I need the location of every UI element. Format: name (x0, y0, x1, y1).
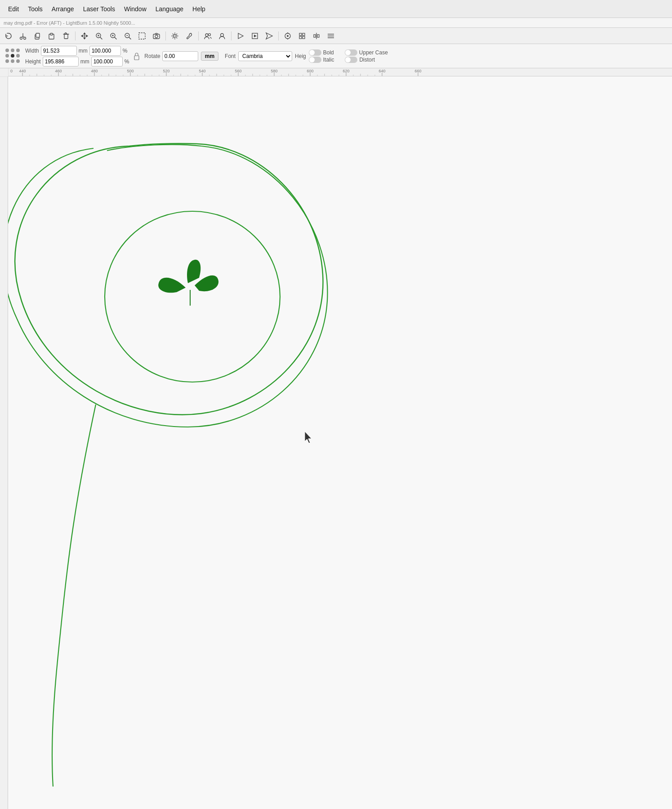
svg-point-24 (174, 35, 176, 37)
svg-line-11 (100, 37, 102, 39)
move-tool-button[interactable] (78, 30, 91, 42)
font-height-label: Heig (295, 53, 306, 59)
dot-tl[interactable] (5, 49, 9, 52)
svg-rect-6 (36, 33, 40, 37)
distribute-button[interactable] (310, 30, 323, 42)
svg-rect-38 (299, 36, 302, 39)
bold-toggle[interactable] (309, 49, 321, 56)
uppercase-toggle[interactable] (345, 49, 357, 56)
width-pct-label: % (123, 48, 128, 54)
select-button[interactable] (135, 30, 149, 42)
dot-mr[interactable] (16, 54, 20, 58)
svg-point-26 (209, 33, 211, 36)
italic-label: Italic (323, 57, 334, 63)
svg-rect-9 (64, 34, 68, 39)
svg-text:540: 540 (199, 69, 205, 73)
delete-button[interactable] (59, 30, 73, 42)
more-button[interactable] (324, 30, 338, 42)
zoom-out-button[interactable] (121, 30, 134, 42)
rotate-label: Rotate (144, 53, 160, 59)
svg-marker-30 (254, 35, 257, 37)
svg-rect-36 (299, 33, 302, 36)
dot-tc[interactable] (11, 49, 14, 52)
rotate-group: Rotate (144, 51, 198, 61)
height-input[interactable] (43, 57, 79, 67)
dot-br[interactable] (16, 59, 20, 63)
origin-button[interactable] (281, 30, 294, 42)
svg-text:500: 500 (127, 69, 134, 73)
user-button[interactable] (215, 30, 229, 42)
font-label: Font (225, 53, 236, 59)
svg-point-33 (287, 35, 289, 37)
uppercase-label: Upper Case (359, 49, 388, 56)
title-text: may dmg.pdf - Error (AFT) - LightBurn 1.… (4, 20, 135, 26)
svg-text:440: 440 (19, 69, 26, 73)
svg-text:600: 600 (307, 69, 313, 73)
svg-text:460: 460 (55, 69, 62, 73)
menu-window[interactable]: Window (120, 4, 151, 14)
paste-button[interactable] (45, 30, 58, 42)
dot-bl[interactable] (5, 59, 9, 63)
svg-text:0: 0 (10, 69, 13, 73)
dot-ml[interactable] (5, 54, 9, 58)
svg-text:660: 660 (414, 69, 421, 73)
distort-label: Distort (359, 57, 375, 63)
svg-marker-31 (266, 33, 272, 39)
dot-tr[interactable] (16, 49, 20, 52)
size-group: Width mm % Height mm % (25, 46, 129, 67)
menu-tools[interactable]: Tools (23, 4, 47, 14)
main-drawing (8, 76, 672, 809)
undo-button[interactable] (2, 30, 15, 42)
font-select[interactable]: Cambria (238, 51, 292, 61)
unit-toggle-button[interactable]: mm (201, 52, 218, 61)
toolbar (0, 28, 672, 44)
dot-mc[interactable] (11, 54, 14, 58)
tools-wrench-button[interactable] (182, 30, 196, 42)
svg-rect-42 (317, 35, 319, 37)
svg-line-15 (115, 37, 116, 39)
copy-button[interactable] (31, 30, 44, 42)
svg-rect-46 (134, 56, 139, 60)
dot-bc[interactable] (11, 59, 14, 63)
lock-ratio[interactable] (134, 52, 140, 61)
menu-arrange[interactable]: Arrange (47, 4, 79, 14)
width-unit: mm (79, 48, 88, 54)
svg-rect-21 (139, 33, 145, 39)
start-button[interactable] (234, 30, 247, 42)
svg-text:620: 620 (343, 69, 349, 73)
svg-line-3 (23, 36, 24, 38)
menu-language[interactable]: Language (151, 4, 188, 14)
zoom-in-button[interactable] (107, 30, 120, 42)
width-input[interactable] (41, 46, 77, 56)
svg-point-25 (205, 34, 208, 36)
send-button[interactable] (263, 30, 276, 42)
width-label: Width (25, 48, 39, 54)
italic-toggle[interactable] (309, 57, 321, 63)
svg-line-19 (129, 37, 131, 39)
svg-marker-28 (238, 33, 243, 39)
title-bar: may dmg.pdf - Error (AFT) - LightBurn 1.… (0, 18, 672, 28)
font-options: Bold Upper Case Italic Distort (309, 49, 388, 63)
settings-button[interactable] (168, 30, 182, 42)
horizontal-ruler: 440 460 480 500 520 540 (8, 68, 672, 76)
height-pct-input[interactable] (91, 57, 123, 67)
distort-toggle[interactable] (345, 57, 357, 63)
menu-edit[interactable]: Edit (4, 4, 23, 14)
canvas-area[interactable] (8, 76, 672, 809)
menu-help[interactable]: Help (188, 4, 210, 14)
frame-button[interactable] (248, 30, 262, 42)
bold-label: Bold (323, 49, 334, 56)
svg-rect-8 (50, 33, 53, 35)
rotate-input[interactable] (162, 51, 198, 61)
align-dots[interactable] (5, 49, 21, 64)
menu-laser-tools[interactable]: Laser Tools (79, 4, 120, 14)
svg-rect-114 (8, 76, 672, 809)
cut-button[interactable] (16, 30, 30, 42)
width-pct-input[interactable] (89, 46, 121, 56)
zoom-fit-button[interactable] (92, 30, 106, 42)
svg-text:520: 520 (163, 69, 169, 73)
camera-button[interactable] (150, 30, 163, 42)
align-button[interactable] (295, 30, 309, 42)
users-button[interactable] (201, 30, 214, 42)
vertical-ruler (0, 76, 8, 809)
